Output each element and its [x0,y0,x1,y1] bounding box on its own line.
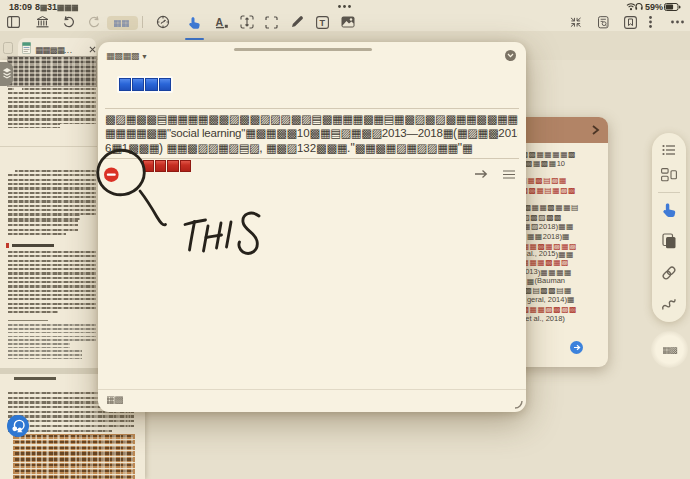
svg-text:T: T [319,17,325,27]
svg-text:A: A [216,16,224,28]
